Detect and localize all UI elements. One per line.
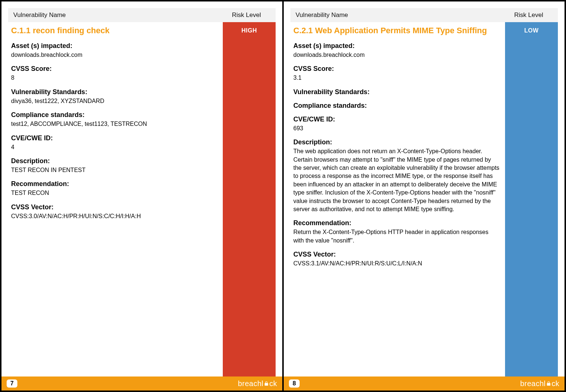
brand-logo: breachl ck — [520, 379, 559, 388]
cve-heading: CVE/CWE ID: — [293, 116, 500, 123]
description-section: Description: The web application does no… — [293, 138, 500, 213]
compliance-section: Compliance standards: — [293, 102, 500, 110]
header-vuln-name: Vulnerability Name — [296, 11, 505, 19]
header-risk-level: Risk Level — [505, 11, 553, 19]
table-header: Vulnerability Name Risk Level — [290, 8, 558, 22]
recommendation-value: TEST RECON — [11, 189, 218, 197]
page-footer: 7 breachl ck — [1, 376, 282, 391]
description-heading: Description: — [293, 138, 500, 146]
vuln-std-heading: Vulnerability Standards: — [11, 88, 218, 96]
finding-row: C.1.1 recon finding check Asset (s) impa… — [8, 22, 276, 376]
compliance-heading: Compliance standards: — [11, 111, 218, 119]
header-vuln-name: Vulnerability Name — [13, 11, 222, 19]
brand-text-left: breachl — [238, 379, 263, 388]
cvss-section: CVSS Score: 8 — [11, 65, 218, 82]
page-footer: 8 breachl ck — [284, 376, 565, 391]
compliance-section: Compliance standards: test12, ABCCOMPLIA… — [11, 111, 218, 128]
page-number: 8 — [289, 379, 300, 388]
vuln-std-heading: Vulnerability Standards: — [293, 88, 500, 96]
description-value: TEST RECON IN PENTEST — [11, 166, 218, 174]
cvss-section: CVSS Score: 3.1 — [293, 65, 500, 82]
brand-logo: breachl ck — [238, 379, 277, 388]
compliance-heading: Compliance standards: — [293, 102, 500, 110]
finding-title: C.2.1 Web Application Permits MIME Type … — [293, 26, 500, 35]
risk-column: HIGH — [223, 22, 276, 376]
compliance-value: test12, ABCCOMPLIANCE, test1123, TESTREC… — [11, 120, 218, 128]
cve-value: 4 — [11, 143, 218, 151]
vector-section: CVSS Vector: CVSS:3.1/AV:N/AC:H/PR:N/UI:… — [293, 251, 500, 268]
description-section: Description: TEST RECON IN PENTEST — [11, 157, 218, 174]
finding-row: C.2.1 Web Application Permits MIME Type … — [290, 22, 558, 376]
vector-value: CVSS:3.0/AV:N/AC:H/PR:H/UI:N/S:C/C:H/I:H… — [11, 212, 218, 220]
risk-badge-high: HIGH — [242, 27, 257, 376]
asset-heading: Asset (s) impacted: — [11, 42, 218, 50]
asset-section: Asset (s) impacted: downloads.breachlock… — [293, 42, 500, 59]
page-number: 7 — [7, 379, 17, 388]
finding-content: C.2.1 Web Application Permits MIME Type … — [290, 22, 505, 376]
cve-section: CVE/CWE ID: 4 — [11, 134, 218, 151]
cve-section: CVE/CWE ID: 693 — [293, 116, 500, 133]
cve-heading: CVE/CWE ID: — [11, 134, 218, 142]
recommendation-value: Return the X-Content-Type-Options HTTP h… — [293, 228, 500, 245]
cvss-value: 8 — [11, 74, 218, 82]
vector-value: CVSS:3.1/AV:N/AC:H/PR:N/UI:R/S:U/C:L/I:N… — [293, 259, 500, 268]
asset-value: downloads.breachlock.com — [293, 51, 500, 59]
asset-value: downloads.breachlock.com — [11, 51, 218, 59]
risk-badge-low: LOW — [524, 27, 539, 376]
cvss-heading: CVSS Score: — [11, 65, 218, 73]
description-value: The web application does not return an X… — [293, 147, 500, 213]
finding-content: C.1.1 recon finding check Asset (s) impa… — [8, 22, 223, 376]
recommendation-heading: Recommendation: — [293, 219, 500, 227]
brand-text-right: ck — [269, 379, 277, 388]
recommendation-heading: Recommendation: — [11, 180, 218, 188]
brand-text-left: breachl — [520, 379, 546, 388]
vuln-std-value: divya36, test1222, XYZSTANDARD — [11, 97, 218, 105]
vector-section: CVSS Vector: CVSS:3.0/AV:N/AC:H/PR:H/UI:… — [11, 203, 218, 220]
header-risk-level: Risk Level — [222, 11, 270, 19]
vuln-std-section: Vulnerability Standards: divya36, test12… — [11, 88, 218, 105]
lock-icon — [264, 381, 269, 386]
cvss-heading: CVSS Score: — [293, 65, 500, 73]
vector-heading: CVSS Vector: — [11, 203, 218, 211]
description-heading: Description: — [11, 157, 218, 165]
cvss-value: 3.1 — [293, 74, 500, 82]
report-page-left: Vulnerability Name Risk Level C.1.1 reco… — [1, 1, 282, 391]
recommendation-section: Recommendation: Return the X-Content-Typ… — [293, 219, 500, 245]
brand-text-right: ck — [552, 379, 559, 388]
recommendation-section: Recommendation: TEST RECON — [11, 180, 218, 197]
finding-title: C.1.1 recon finding check — [11, 26, 218, 35]
risk-column: LOW — [505, 22, 558, 376]
vector-heading: CVSS Vector: — [293, 251, 500, 258]
cve-value: 693 — [293, 124, 500, 133]
report-page-right: Vulnerability Name Risk Level C.2.1 Web … — [284, 1, 565, 391]
vuln-std-section: Vulnerability Standards: — [293, 88, 500, 96]
asset-section: Asset (s) impacted: downloads.breachlock… — [11, 42, 218, 59]
asset-heading: Asset (s) impacted: — [293, 42, 500, 50]
table-header: Vulnerability Name Risk Level — [8, 8, 276, 22]
lock-icon — [546, 381, 551, 386]
